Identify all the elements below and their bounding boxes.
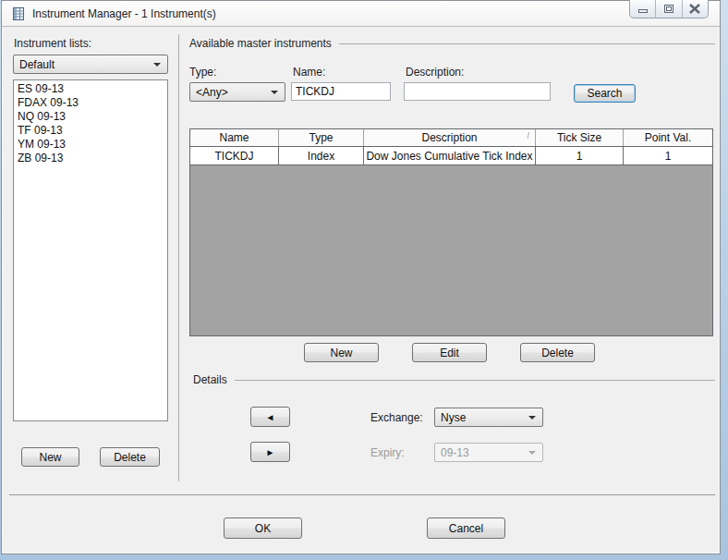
master-edit-label: Edit [440, 347, 459, 359]
list-new-label: New [39, 451, 61, 464]
list-item[interactable]: YM 09-13 [14, 138, 167, 152]
column-header-tick-size[interactable]: Tick Size [535, 129, 623, 146]
details-section-rule [235, 380, 715, 381]
list-delete-button[interactable]: Delete [100, 447, 160, 467]
column-header-label: Tick Size [557, 131, 601, 144]
cell-tick-size: 1 [535, 147, 623, 164]
close-button[interactable] [682, 0, 708, 18]
description-label: Description: [406, 66, 464, 79]
instrument-lists-label: Instrument lists: [14, 37, 91, 50]
move-left-button[interactable]: ◄ [250, 407, 290, 427]
expiry-selected-value: 09-13 [441, 446, 469, 459]
titlebar[interactable]: Instrument Manager - 1 Instrument(s) [2, 1, 720, 27]
column-header-label: Type [309, 131, 333, 144]
master-edit-button[interactable]: Edit [412, 343, 487, 362]
list-new-button[interactable]: New [21, 447, 79, 467]
move-right-button[interactable]: ► [250, 442, 290, 462]
cell-type: Index [278, 147, 363, 164]
master-new-button[interactable]: New [304, 343, 379, 362]
exchange-select[interactable]: Nyse [434, 408, 543, 427]
exchange-selected-value: Nyse [441, 411, 466, 424]
panel-divider [178, 34, 179, 481]
minimize-icon [638, 9, 648, 13]
list-item[interactable]: TF 09-13 [14, 124, 167, 138]
cell-point-val: 1 [623, 147, 712, 164]
table-header-row: Name Type Description / Tick Size Point … [190, 129, 712, 147]
column-header-name[interactable]: Name [190, 129, 278, 146]
exchange-label: Exchange: [370, 411, 423, 424]
footer-divider [9, 494, 715, 495]
instrument-list-select[interactable]: Default [13, 55, 168, 74]
list-item[interactable]: NQ 09-13 [14, 110, 167, 124]
column-header-label: Description [421, 131, 477, 144]
dialog-client-area: Instrument lists: Default ES 09-13 FDAX … [2, 28, 720, 554]
cell-name: TICKDJ [190, 147, 278, 164]
window-controls [629, 0, 709, 18]
type-label: Type: [189, 66, 216, 79]
chevron-down-icon [528, 416, 536, 420]
master-section-rule [339, 43, 715, 44]
column-header-point-val[interactable]: Point Val. [623, 129, 712, 146]
minimize-button[interactable] [630, 0, 655, 18]
column-header-label: Name [219, 131, 249, 144]
sort-ascending-icon: / [527, 131, 529, 140]
type-select[interactable]: <Any> [189, 82, 285, 102]
maximize-button[interactable] [655, 0, 681, 18]
list-item[interactable]: ES 09-13 [14, 82, 167, 96]
chevron-down-icon [528, 451, 536, 455]
master-section-title: Available master instruments [189, 37, 332, 50]
master-delete-label: Delete [541, 347, 574, 359]
instrument-list-selected-value: Default [19, 58, 55, 71]
expiry-label: Expiry: [370, 446, 405, 459]
chevron-down-icon [271, 91, 278, 94]
description-input[interactable] [404, 82, 551, 101]
master-delete-button[interactable]: Delete [520, 343, 595, 362]
right-arrow-icon: ► [266, 447, 275, 457]
left-arrow-icon: ◄ [266, 412, 275, 422]
name-input[interactable] [291, 82, 391, 101]
instrument-listbox[interactable]: ES 09-13 FDAX 09-13 NQ 09-13 TF 09-13 YM… [13, 79, 168, 421]
list-item[interactable]: ZB 09-13 [14, 152, 167, 165]
ok-label: OK [255, 522, 271, 535]
cell-description: Dow Jones Cumulative Tick Index [363, 147, 535, 164]
cancel-label: Cancel [449, 522, 483, 535]
search-label: Search [587, 87, 622, 100]
maximize-icon [664, 5, 673, 13]
expiry-select: 09-13 [434, 443, 543, 462]
list-item[interactable]: FDAX 09-13 [14, 96, 167, 110]
search-button[interactable]: Search [574, 84, 636, 103]
table-row[interactable]: TICKDJ Index Dow Jones Cumulative Tick I… [190, 147, 712, 165]
details-section-title: Details [193, 373, 227, 386]
list-delete-label: Delete [114, 451, 146, 464]
column-header-type[interactable]: Type [278, 129, 363, 146]
column-header-description[interactable]: Description / [363, 129, 535, 146]
ok-button[interactable]: OK [224, 517, 302, 539]
instrument-manager-icon [11, 6, 26, 21]
instruments-table[interactable]: Name Type Description / Tick Size Point … [189, 128, 713, 336]
close-icon [689, 4, 700, 14]
chevron-down-icon [153, 63, 161, 67]
window-title: Instrument Manager - 1 Instrument(s) [32, 7, 216, 20]
column-header-label: Point Val. [645, 131, 691, 144]
instrument-manager-window: Instrument Manager - 1 Instrument(s) Ins… [1, 0, 721, 554]
name-label: Name: [293, 66, 325, 79]
cancel-button[interactable]: Cancel [427, 517, 505, 539]
type-selected-value: <Any> [196, 86, 228, 99]
master-new-label: New [330, 347, 352, 359]
